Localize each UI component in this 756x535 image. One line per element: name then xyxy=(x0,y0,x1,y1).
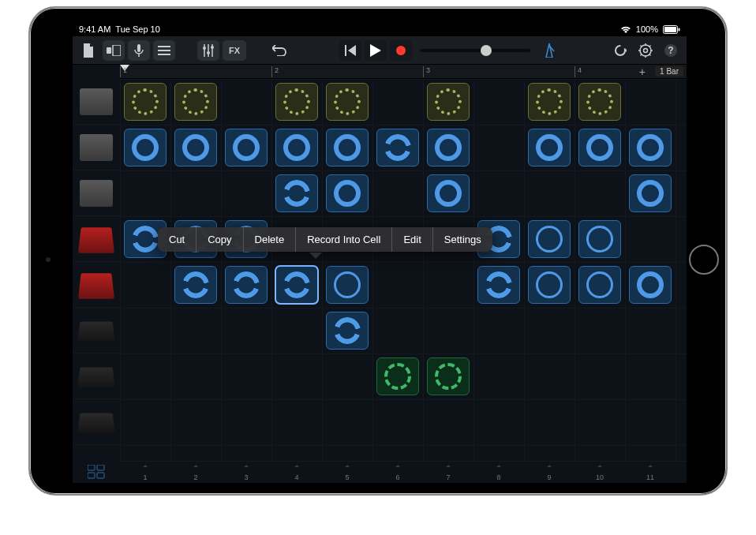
track-header-piano-1[interactable] xyxy=(73,308,120,354)
loop-waveform-icon xyxy=(132,88,159,115)
track-header-piano-3[interactable] xyxy=(73,399,120,445)
ctx-edit[interactable]: Edit xyxy=(392,227,432,252)
loop-waveform-icon xyxy=(182,134,209,161)
loop-cell[interactable] xyxy=(326,312,369,350)
loop-cell[interactable] xyxy=(275,129,318,166)
loop-cell[interactable] xyxy=(124,83,167,121)
live-loops-mode-button[interactable] xyxy=(73,461,120,483)
loop-waveform-icon xyxy=(283,88,310,115)
column-number: 7 xyxy=(446,473,450,481)
loop-cell[interactable] xyxy=(528,266,571,304)
loop-cell[interactable] xyxy=(225,266,268,304)
column-trigger-10[interactable]: ⌃10 xyxy=(574,462,625,483)
svg-rect-4 xyxy=(113,45,121,56)
ctx-cut[interactable]: Cut xyxy=(158,227,196,252)
home-button[interactable] xyxy=(689,245,719,275)
loop-cell[interactable] xyxy=(427,357,470,395)
loop-cell[interactable] xyxy=(427,129,470,166)
record-enable-button[interactable] xyxy=(128,40,150,61)
loop-cell[interactable] xyxy=(376,357,419,395)
chevron-up-icon: ⌃ xyxy=(344,464,350,473)
fx-button[interactable]: FX xyxy=(223,40,246,61)
column-trigger-4[interactable]: ⌃4 xyxy=(271,462,322,483)
metronome-button[interactable] xyxy=(538,40,560,61)
scrub-slider[interactable] xyxy=(420,49,530,52)
loop-cell[interactable] xyxy=(326,266,369,304)
loop-cell[interactable] xyxy=(629,266,672,304)
column-trigger-11[interactable]: ⌃11 xyxy=(625,462,676,483)
ctx-settings[interactable]: Settings xyxy=(433,227,492,252)
loop-cell[interactable] xyxy=(174,83,217,121)
live-loops-grid[interactable] xyxy=(120,79,687,461)
svg-rect-29 xyxy=(88,473,95,478)
loop-cell[interactable] xyxy=(174,129,217,166)
front-camera xyxy=(46,257,51,262)
track-header-keyboard-red-1[interactable] xyxy=(73,216,120,262)
loop-cell[interactable] xyxy=(275,266,318,304)
loop-cell[interactable] xyxy=(629,174,672,212)
loop-cell[interactable] xyxy=(427,174,470,212)
timeline-ruler[interactable]: + 1 Bar 1234 xyxy=(120,65,687,79)
loop-cell[interactable] xyxy=(326,83,369,121)
track-header-drum-machine-1[interactable] xyxy=(73,79,120,125)
record-button[interactable] xyxy=(390,40,412,61)
column-trigger-9[interactable]: ⌃9 xyxy=(524,462,574,483)
loop-cell[interactable] xyxy=(528,220,571,258)
column-trigger-1[interactable]: ⌃1 xyxy=(120,462,170,483)
loop-waveform-icon xyxy=(334,317,361,344)
loop-cell[interactable] xyxy=(578,266,621,304)
scrub-thumb[interactable] xyxy=(481,45,492,56)
settings-button[interactable] xyxy=(634,40,657,61)
track-sidebar xyxy=(73,79,120,461)
loop-cell[interactable] xyxy=(275,174,318,212)
add-section-button[interactable]: + xyxy=(639,65,646,78)
loop-waveform-icon xyxy=(586,88,613,115)
column-trigger-6[interactable]: ⌃6 xyxy=(372,462,423,483)
loop-cell[interactable] xyxy=(528,129,571,166)
svg-point-14 xyxy=(616,46,625,55)
loop-waveform-icon xyxy=(586,271,613,298)
my-songs-button[interactable] xyxy=(77,40,99,61)
ctx-record-into-cell[interactable]: Record Into Cell xyxy=(296,227,392,252)
loop-cell[interactable] xyxy=(225,129,268,166)
column-trigger-7[interactable]: ⌃7 xyxy=(423,462,473,483)
loop-cell[interactable] xyxy=(376,129,419,166)
ctx-copy[interactable]: Copy xyxy=(196,227,243,252)
loop-cell[interactable] xyxy=(326,129,369,166)
loop-waveform-icon xyxy=(536,271,563,298)
track-header-drum-pad[interactable] xyxy=(73,170,120,216)
track-header-keyboard-red-2[interactable] xyxy=(73,262,120,308)
help-button[interactable]: ? xyxy=(660,40,682,61)
loop-cell[interactable] xyxy=(326,174,369,212)
loop-cell[interactable] xyxy=(528,83,571,121)
column-trigger-8[interactable]: ⌃8 xyxy=(473,462,524,483)
loop-cell[interactable] xyxy=(477,266,520,304)
loop-cell[interactable] xyxy=(629,129,672,166)
loop-cell[interactable] xyxy=(275,83,318,121)
browser-button[interactable] xyxy=(103,40,125,61)
ruler-tick: 2 xyxy=(271,66,279,77)
loop-cell[interactable] xyxy=(578,83,621,121)
play-button[interactable] xyxy=(365,40,387,61)
mixer-button[interactable] xyxy=(197,40,219,61)
loop-waveform-icon xyxy=(485,271,512,298)
column-trigger-3[interactable]: ⌃3 xyxy=(221,462,271,483)
loop-cell[interactable] xyxy=(174,266,217,304)
go-to-start-button[interactable] xyxy=(339,40,361,61)
loop-cell[interactable] xyxy=(124,129,167,166)
loop-cell[interactable] xyxy=(578,129,621,166)
loop-cell[interactable] xyxy=(427,83,470,121)
loop-cell[interactable] xyxy=(578,220,621,258)
ctx-delete[interactable]: Delete xyxy=(244,227,297,252)
track-header-drum-machine-2[interactable] xyxy=(73,125,120,170)
undo-button[interactable] xyxy=(268,40,290,61)
loop-waveform-icon xyxy=(334,134,361,161)
column-trigger-5[interactable]: ⌃5 xyxy=(322,462,372,483)
status-bar: 9:41 AM Tue Sep 10 100% xyxy=(73,22,687,36)
column-trigger-2[interactable]: ⌃2 xyxy=(170,462,221,483)
track-header-piano-2[interactable] xyxy=(73,354,120,399)
tracks-view-button[interactable] xyxy=(153,40,175,61)
piano-icon xyxy=(77,367,114,387)
bars-display[interactable]: 1 Bar xyxy=(655,66,683,77)
loop-browser-button[interactable] xyxy=(609,40,631,61)
